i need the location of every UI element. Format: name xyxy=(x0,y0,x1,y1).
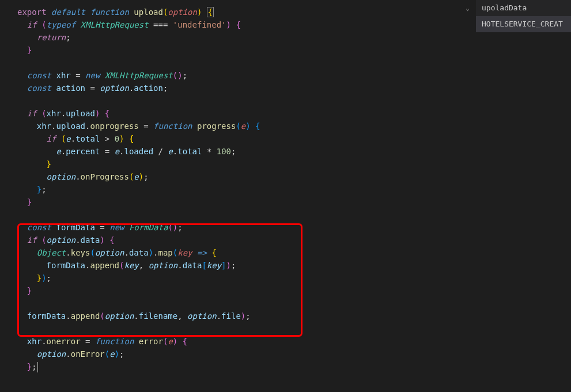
keyword-typeof: typeof xyxy=(47,20,76,29)
suggestion-label: HOTELSERVICE_CREAT xyxy=(482,18,563,31)
property: onprogress xyxy=(90,121,138,131)
param: option xyxy=(168,7,197,17)
property: action xyxy=(134,83,163,93)
var-ref: option xyxy=(47,235,76,245)
keyword-const: const xyxy=(27,71,51,80)
code-line[interactable]: } xyxy=(12,284,571,297)
property: data xyxy=(129,248,149,257)
var-ref: e xyxy=(115,147,119,156)
keyword-if: if xyxy=(47,134,56,143)
var-name: formData xyxy=(56,223,94,232)
var-ref: xhr xyxy=(47,109,61,118)
code-line[interactable]: } xyxy=(12,44,571,56)
code-line[interactable]: if (xhr.upload) { xyxy=(12,107,571,120)
param: e xyxy=(241,121,245,131)
code-line[interactable] xyxy=(12,322,571,335)
method-call: onProgress xyxy=(81,172,129,181)
code-line[interactable]: }); xyxy=(12,272,571,284)
code-line[interactable]: const xhr = new XMLHttpRequest(); xyxy=(12,69,571,82)
keyword-if: if xyxy=(27,235,37,245)
keyword-const: const xyxy=(27,223,51,232)
var-ref: e xyxy=(168,147,172,156)
var-ref: formData xyxy=(27,311,66,321)
autocomplete-panel[interactable]: ⌄ upoladData HOTELSERVICE_CREAT xyxy=(476,0,571,32)
keyword-const: const xyxy=(27,83,51,93)
code-line[interactable] xyxy=(12,297,571,310)
property: total xyxy=(75,134,100,143)
code-line[interactable]: formData.append(option.filename, option.… xyxy=(12,310,571,322)
text-cursor xyxy=(37,362,38,372)
property: total xyxy=(177,147,202,156)
var-ref: e xyxy=(66,134,70,143)
var-name: action xyxy=(56,83,85,93)
code-line[interactable]: if (e.total > 0) { xyxy=(12,132,571,145)
var-ref: e xyxy=(134,172,138,181)
code-line[interactable]: const formData = new FormData(); xyxy=(12,221,571,234)
string-literal: 'undefined' xyxy=(173,20,226,29)
var-ref: e xyxy=(109,349,114,359)
keyword-if: if xyxy=(27,20,37,29)
property: upload xyxy=(66,109,95,118)
keyword-return: return xyxy=(37,33,66,42)
function-name: progress xyxy=(197,121,236,131)
method-call: map xyxy=(158,248,173,257)
property: filename xyxy=(139,311,177,321)
method-call: append xyxy=(71,311,100,321)
class-ref: XMLHttpRequest xyxy=(105,71,173,80)
code-line[interactable]: }; xyxy=(12,360,571,373)
code-line[interactable]: } xyxy=(12,196,571,208)
class-ref: Object xyxy=(37,248,66,257)
keyword-function: function xyxy=(153,121,192,131)
code-line[interactable]: return; xyxy=(12,31,571,44)
code-line[interactable]: } xyxy=(12,158,571,170)
code-line[interactable]: xhr.onerror = function error(e) { xyxy=(12,335,571,348)
var-ref: option xyxy=(105,311,134,321)
keyword-function: function xyxy=(95,337,134,346)
var-ref: xhr xyxy=(37,121,51,131)
property: loaded xyxy=(124,147,154,156)
var-ref: option xyxy=(95,248,124,257)
code-line[interactable]: Object.keys(option.data).map(key => { xyxy=(12,246,571,259)
autocomplete-item[interactable]: ⌄ upoladData xyxy=(476,0,571,16)
code-editor[interactable]: export default function upload(option) {… xyxy=(0,0,571,379)
keyword-if: if xyxy=(27,109,37,118)
code-line[interactable] xyxy=(12,208,571,221)
var-ref: formData xyxy=(47,261,85,270)
keyword-new: new xyxy=(109,223,124,232)
code-line[interactable] xyxy=(12,94,571,107)
keyword-function: function xyxy=(90,7,128,17)
code-line[interactable]: xhr.upload.onprogress = function progres… xyxy=(12,120,571,132)
number-literal: 100 xyxy=(217,147,231,156)
property: data xyxy=(183,261,202,270)
var-ref: option xyxy=(37,349,66,359)
method-call: onError xyxy=(71,349,105,359)
code-line[interactable]: e.percent = e.loaded / e.total * 100; xyxy=(12,145,571,158)
property: file xyxy=(221,311,241,321)
var-ref: xhr xyxy=(27,337,41,346)
number-literal: 0 xyxy=(115,134,119,143)
function-name: upload xyxy=(134,7,163,17)
keyword-new: new xyxy=(85,71,100,80)
code-line[interactable]: option.onProgress(e); xyxy=(12,170,571,183)
method-call: append xyxy=(90,261,119,270)
property: onerror xyxy=(47,337,81,346)
var-ref: e xyxy=(56,147,60,156)
autocomplete-item-selected[interactable]: HOTELSERVICE_CREAT xyxy=(476,16,571,32)
code-line[interactable]: if (option.data) { xyxy=(12,234,571,246)
code-line[interactable]: option.onError(e); xyxy=(12,348,571,360)
method-call: keys xyxy=(71,248,90,257)
var-ref: option xyxy=(187,311,217,321)
code-line[interactable]: formData.append(key, option.data[key]); xyxy=(12,259,571,272)
var-ref: option xyxy=(100,83,129,93)
suggestion-label: upoladData xyxy=(482,2,527,14)
var-ref: option xyxy=(47,172,76,181)
var-ref: option xyxy=(149,261,178,270)
property: percent xyxy=(66,147,100,156)
param: key xyxy=(177,248,192,257)
code-line[interactable] xyxy=(12,56,571,69)
keyword-default: default xyxy=(51,7,85,17)
var-ref: key xyxy=(124,261,138,270)
class-ref: FormData xyxy=(129,223,168,232)
code-line[interactable]: }; xyxy=(12,183,571,196)
code-line[interactable]: const action = option.action; xyxy=(12,82,571,94)
